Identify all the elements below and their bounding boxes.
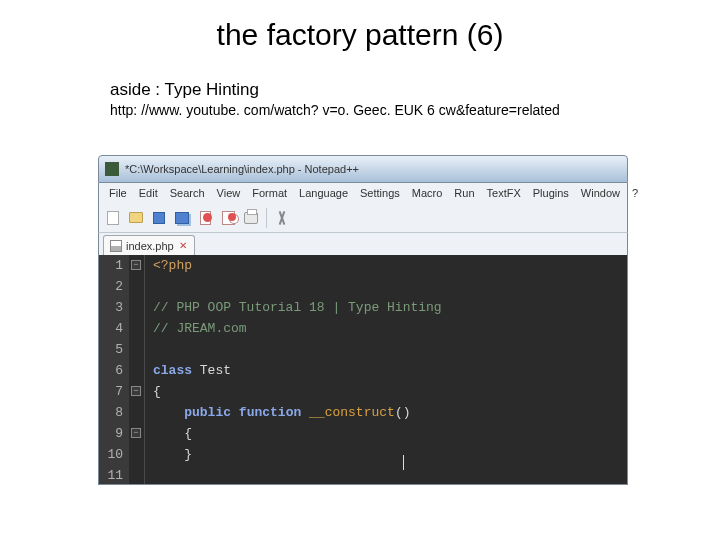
code-comment: // JREAM.com bbox=[153, 321, 247, 336]
code-token: } bbox=[184, 447, 192, 462]
tab-close-icon[interactable]: ✕ bbox=[178, 241, 188, 251]
new-file-button[interactable] bbox=[103, 208, 123, 228]
code-token: Test bbox=[192, 363, 231, 378]
line-number: 9 bbox=[99, 423, 123, 444]
line-number: 7 bbox=[99, 381, 123, 402]
window-titlebar[interactable]: *C:\Workspace\Learning\index.php - Notep… bbox=[98, 155, 628, 183]
menu-macro[interactable]: Macro bbox=[406, 187, 449, 199]
menu-settings[interactable]: Settings bbox=[354, 187, 406, 199]
fold-marker-icon[interactable]: − bbox=[131, 386, 141, 396]
code-token: { bbox=[184, 426, 192, 441]
toolbar bbox=[98, 203, 628, 233]
menu-plugins[interactable]: Plugins bbox=[527, 187, 575, 199]
close-all-button[interactable] bbox=[218, 208, 238, 228]
fold-column: − − − bbox=[129, 255, 145, 484]
menu-file[interactable]: File bbox=[103, 187, 133, 199]
code-token: __construct bbox=[301, 405, 395, 420]
code-keyword: function bbox=[231, 405, 301, 420]
code-token: <?php bbox=[153, 258, 192, 273]
line-number: 6 bbox=[99, 360, 123, 381]
app-icon bbox=[105, 162, 119, 176]
menu-format[interactable]: Format bbox=[246, 187, 293, 199]
line-number: 11 bbox=[99, 465, 123, 486]
code-keyword: class bbox=[153, 363, 192, 378]
open-folder-icon bbox=[129, 212, 143, 223]
window-title: *C:\Workspace\Learning\index.php - Notep… bbox=[125, 163, 359, 175]
line-number: 5 bbox=[99, 339, 123, 360]
menu-textfx[interactable]: TextFX bbox=[481, 187, 527, 199]
menu-search[interactable]: Search bbox=[164, 187, 211, 199]
tab-index-php[interactable]: index.php ✕ bbox=[103, 235, 195, 255]
line-number: 1 bbox=[99, 255, 123, 276]
text-cursor bbox=[403, 455, 404, 470]
print-button[interactable] bbox=[241, 208, 261, 228]
tab-bar: index.php ✕ bbox=[98, 233, 628, 255]
slide-title: the factory pattern (6) bbox=[0, 18, 720, 52]
menu-help[interactable]: ? bbox=[626, 187, 644, 199]
slide-link: http: //www. youtube. com/watch? v=o. Ge… bbox=[110, 102, 720, 118]
line-gutter: 1 2 3 4 5 6 7 8 9 10 11 bbox=[99, 255, 129, 484]
menu-bar: File Edit Search View Format Language Se… bbox=[98, 183, 628, 203]
menu-view[interactable]: View bbox=[211, 187, 247, 199]
toolbar-separator bbox=[266, 208, 267, 228]
print-icon bbox=[244, 212, 258, 224]
file-icon bbox=[110, 240, 122, 252]
line-number: 4 bbox=[99, 318, 123, 339]
open-file-button[interactable] bbox=[126, 208, 146, 228]
menu-edit[interactable]: Edit bbox=[133, 187, 164, 199]
code-editor[interactable]: 1 2 3 4 5 6 7 8 9 10 11 − − − <?php // P… bbox=[98, 255, 628, 485]
close-file-button[interactable] bbox=[195, 208, 215, 228]
slide-subtitle: aside : Type Hinting bbox=[110, 80, 720, 100]
new-file-icon bbox=[107, 211, 119, 225]
fold-marker-icon[interactable]: − bbox=[131, 260, 141, 270]
code-comment: // PHP OOP Tutorial 18 | Type Hinting bbox=[153, 300, 442, 315]
menu-window[interactable]: Window bbox=[575, 187, 626, 199]
line-number: 2 bbox=[99, 276, 123, 297]
fold-marker-icon[interactable]: − bbox=[131, 428, 141, 438]
menu-language[interactable]: Language bbox=[293, 187, 354, 199]
code-keyword: public bbox=[184, 405, 231, 420]
menu-run[interactable]: Run bbox=[448, 187, 480, 199]
code-token: () bbox=[395, 405, 411, 420]
tab-label: index.php bbox=[126, 240, 174, 252]
save-all-icon bbox=[175, 212, 189, 224]
ide-window: *C:\Workspace\Learning\index.php - Notep… bbox=[98, 155, 628, 485]
close-file-icon bbox=[200, 211, 211, 225]
line-number: 3 bbox=[99, 297, 123, 318]
close-all-icon bbox=[222, 211, 235, 225]
cut-icon bbox=[276, 211, 288, 225]
save-all-button[interactable] bbox=[172, 208, 192, 228]
line-number: 8 bbox=[99, 402, 123, 423]
code-area[interactable]: <?php // PHP OOP Tutorial 18 | Type Hint… bbox=[145, 255, 627, 484]
cut-button[interactable] bbox=[272, 208, 292, 228]
line-number: 10 bbox=[99, 444, 123, 465]
save-button[interactable] bbox=[149, 208, 169, 228]
code-token: { bbox=[153, 384, 161, 399]
save-icon bbox=[153, 212, 165, 224]
